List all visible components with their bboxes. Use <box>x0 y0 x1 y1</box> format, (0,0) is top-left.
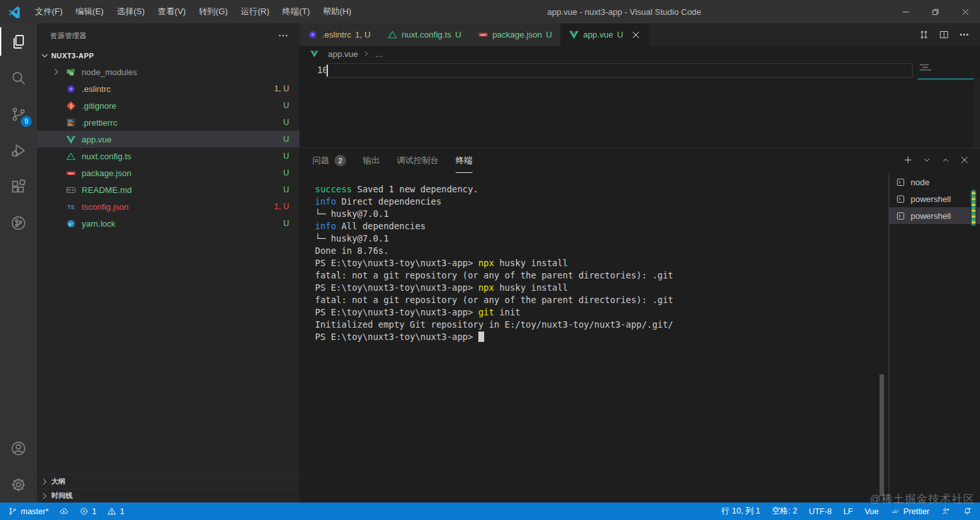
vscode-logo-icon <box>8 5 21 18</box>
more-actions-icon[interactable] <box>959 29 970 40</box>
restore-button[interactable] <box>920 0 950 23</box>
activity-settings-gear[interactable] <box>0 466 37 503</box>
terminal-list-scrollbar[interactable] <box>970 189 977 227</box>
activity-source-control[interactable]: 9 <box>0 96 37 132</box>
line-number: 10 <box>309 65 328 75</box>
activity-search[interactable] <box>0 60 37 96</box>
panel-actions <box>903 155 970 165</box>
terminal-line: └─ husky@7.0.1 <box>315 232 889 245</box>
statusbar-left-1[interactable] <box>59 506 69 516</box>
split-editor-icon[interactable] <box>939 29 950 40</box>
menu-item-2[interactable]: 选择(S) <box>110 0 151 23</box>
file-label: node_modules <box>82 67 137 77</box>
terminal-instance-2[interactable]: powershell <box>889 207 980 224</box>
section-1[interactable]: 时间线 <box>37 488 299 503</box>
panel-tab-问题[interactable]: 问题2 <box>312 148 346 173</box>
tree-root-nuxt3-app[interactable]: NUXT3-APP <box>37 48 299 63</box>
svg-text:TS: TS <box>67 203 75 210</box>
terminal-instance-1[interactable]: powershell <box>889 190 980 207</box>
activity-run-debug[interactable] <box>0 132 37 168</box>
file-row-nuxt.config.ts[interactable]: nuxt.config.tsU <box>37 148 299 164</box>
menu-item-6[interactable]: 终端(T) <box>275 0 316 23</box>
panel-tab-label: 调试控制台 <box>397 148 439 173</box>
statusbar-left-3[interactable]: 1 <box>107 506 124 516</box>
file-label: app.vue <box>82 135 111 144</box>
activity-extensions[interactable] <box>0 168 37 205</box>
chevron-up-icon[interactable] <box>940 155 951 165</box>
statusbar-right-1[interactable]: 空格: 2 <box>772 506 797 517</box>
menu-item-5[interactable]: 运行(R) <box>234 0 275 23</box>
terminal-line: PS E:\toy\nuxt3-toy\nuxt3-app> <box>315 331 889 343</box>
file-row-package.json[interactable]: npmpackage.jsonU <box>37 164 299 181</box>
editor-content[interactable]: 10 <box>299 62 980 148</box>
file-row-.prettierrc[interactable]: .prettierrcU <box>37 114 299 131</box>
terminal-line: PS E:\toy\nuxt3-toy\nuxt3-app> npx husky… <box>315 257 889 269</box>
more-actions-icon[interactable] <box>277 30 289 41</box>
tab-package.json[interactable]: npmpackage.jsonU <box>470 23 560 46</box>
chevron-down-icon[interactable] <box>922 155 932 165</box>
terminal-label: powershell <box>911 211 951 221</box>
close-tab-icon[interactable] <box>631 30 641 40</box>
compare-changes-icon[interactable] <box>918 29 929 40</box>
minimize-button[interactable] <box>891 0 920 23</box>
git-status-badge: U <box>283 118 289 127</box>
statusbar-right-6[interactable] <box>941 506 951 516</box>
menu-item-3[interactable]: 查看(V) <box>151 0 192 23</box>
statusbar-right-3[interactable]: LF <box>843 507 853 516</box>
close-button[interactable] <box>950 0 980 23</box>
file-row-README.md[interactable]: README.mdU <box>37 181 299 198</box>
panel-tab-bar: 问题2输出调试控制台终端 <box>299 148 980 173</box>
terminal-scrollbar[interactable] <box>880 374 884 496</box>
plus-icon[interactable] <box>903 155 913 165</box>
breadcrumb[interactable]: app.vue … <box>299 46 980 62</box>
status-bar: master*11 行 10, 列 1空格: 2UTF-8LFVuePretti… <box>0 503 980 520</box>
file-label: .prettierrc <box>82 118 117 128</box>
close-icon[interactable] <box>959 155 970 165</box>
activity-accounts[interactable] <box>0 430 37 466</box>
title-bar: 文件(F)编辑(E)选择(S)查看(V)转到(G)运行(R)终端(T)帮助(H)… <box>0 0 980 23</box>
tab-app.vue[interactable]: app.vueU <box>561 23 649 46</box>
terminal-instance-0[interactable]: node <box>889 174 980 190</box>
minimap-current-line <box>918 78 980 80</box>
scm-badge: 9 <box>21 116 32 127</box>
npm-icon: npm <box>478 29 489 40</box>
statusbar-left-2[interactable]: 1 <box>79 506 97 516</box>
file-row-app.vue[interactable]: app.vueU <box>37 131 299 148</box>
statusbar-right-2[interactable]: UTF-8 <box>809 507 832 516</box>
panel-tab-终端[interactable]: 终端 <box>456 148 472 173</box>
panel-tab-调试控制台[interactable]: 调试控制台 <box>397 148 439 173</box>
file-row-tsconfig.json[interactable]: TStsconfig.json1, U <box>37 198 299 215</box>
menu-item-0[interactable]: 文件(F) <box>29 0 69 23</box>
file-row-.gitignore[interactable]: .gitignoreU <box>37 97 299 114</box>
feedback-icon <box>941 506 951 516</box>
file-row-node_modules[interactable]: node_modules <box>37 63 299 80</box>
menu-item-1[interactable]: 编辑(E) <box>69 0 110 23</box>
problems-count-badge: 2 <box>334 155 346 166</box>
activity-remote-git[interactable] <box>0 205 37 241</box>
activity-explorer[interactable] <box>0 23 37 60</box>
git-icon <box>65 100 76 111</box>
statusbar-right-5[interactable]: Prettier <box>891 506 929 516</box>
sidebar-sections: 大纲时间线 <box>37 474 299 503</box>
tab-nuxt.config.ts[interactable]: nuxt.config.tsU <box>379 23 469 46</box>
statusbar-right-7[interactable] <box>962 506 972 516</box>
statusbar-right-0[interactable]: 行 10, 列 1 <box>721 506 760 517</box>
menu-item-4[interactable]: 转到(G) <box>192 0 235 23</box>
chevron-right-icon <box>40 477 50 487</box>
terminal-line: PS E:\toy\nuxt3-toy\nuxt3-app> npx husky… <box>315 282 889 294</box>
tab-badge: U <box>455 30 461 40</box>
panel-tab-输出[interactable]: 输出 <box>363 148 380 173</box>
editor-scrollbar[interactable] <box>974 78 980 148</box>
run-debug-icon <box>10 142 27 159</box>
menu-item-7[interactable]: 帮助(H) <box>316 0 358 23</box>
file-row-.eslintrc[interactable]: .eslintrc1, U <box>37 80 299 97</box>
terminal-icon <box>896 194 905 204</box>
file-row-yarn.lock[interactable]: yarn.lockU <box>37 215 299 232</box>
terminal-output[interactable]: success Saved 1 new dependency.info Dire… <box>299 173 889 503</box>
remote-git-icon <box>10 214 27 232</box>
terminal-line: Initialized empty Git repository in E:/t… <box>315 319 889 331</box>
statusbar-right-4[interactable]: Vue <box>865 507 879 516</box>
section-0[interactable]: 大纲 <box>37 474 299 488</box>
statusbar-left-0[interactable]: master* <box>8 506 49 516</box>
tab-.eslintrc[interactable]: .eslintrc1, U <box>299 23 379 46</box>
